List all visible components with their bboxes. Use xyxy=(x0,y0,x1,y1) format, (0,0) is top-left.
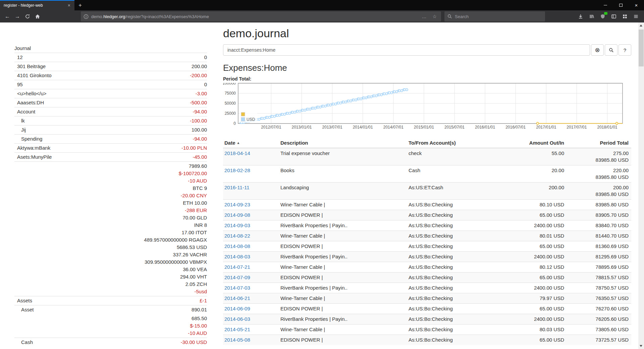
search-placeholder: Search xyxy=(455,14,469,19)
library-button[interactable] xyxy=(587,11,597,21)
scroll-up-icon[interactable] xyxy=(640,24,642,27)
register-account: As:US:Bo:Checking xyxy=(406,241,503,252)
register-date-link[interactable]: 2014-08-22 xyxy=(224,233,250,239)
register-row: 2014-05-08EDISON POWER |As:US:Bo:Checkin… xyxy=(223,335,631,345)
sidebar-journal-link[interactable]: Journal xyxy=(14,44,207,53)
account-link[interactable]: Cash xyxy=(14,339,33,346)
extension-button[interactable] xyxy=(598,11,608,21)
browser-search-bar[interactable]: Search xyxy=(444,11,545,21)
account-link[interactable]: 301 Beiträge xyxy=(14,63,46,70)
tab-close-icon[interactable]: × xyxy=(66,3,72,8)
register-date-link[interactable]: 2014-09-08 xyxy=(224,212,250,218)
account-link[interactable]: 4101 Girokonto xyxy=(14,72,52,79)
register-description: Wine-Tarner Cable | xyxy=(278,262,406,272)
browser-tab[interactable]: register - hledger-web × xyxy=(0,0,74,10)
register-amount: 80.03 USD xyxy=(503,325,567,335)
register-period-total: 83840.70 USD xyxy=(567,220,631,231)
register-row: 2018-02-28BooksCash20.00220.0083985.80 U… xyxy=(223,165,631,183)
query-input[interactable] xyxy=(223,44,590,56)
account-link[interactable]: Asets:MunyPile xyxy=(14,153,52,161)
register-description: RiverBank Properties | Payin.. xyxy=(278,220,406,231)
register-date-link[interactable]: 2014-09-23 xyxy=(224,202,250,207)
account-balance: -10.00 PLN xyxy=(181,144,207,152)
register-row: 2014-08-03RiverBank Properties | Payin..… xyxy=(223,252,631,262)
library-icon xyxy=(589,14,594,19)
account-balance: -500.00 xyxy=(190,99,207,106)
register-row: 2014-09-03RiverBank Properties | Payin..… xyxy=(223,220,631,231)
register-header-row: Date▲DescriptionTo/From Account(s)Amount… xyxy=(223,138,631,148)
register-date-link[interactable]: 2014-07-21 xyxy=(224,264,250,270)
sidebars-button[interactable] xyxy=(609,11,619,21)
bookmark-star-icon[interactable]: ☆ xyxy=(431,14,438,19)
chart-svg[interactable]: 2012/07/012013/01/012013/07/012014/01/01… xyxy=(223,83,631,131)
forward-button[interactable]: → xyxy=(12,11,22,21)
help-button[interactable]: ? xyxy=(619,44,631,56)
register-date-link[interactable]: 2014-06-21 xyxy=(224,295,250,301)
account-link[interactable]: Asset xyxy=(14,306,34,313)
scroll-down-icon[interactable] xyxy=(640,345,642,347)
account-link[interactable]: <u>hello</u> xyxy=(14,90,47,97)
column-header-date[interactable]: Date▲ xyxy=(223,138,278,148)
account-link[interactable]: Jij xyxy=(14,126,26,134)
register-date-link[interactable]: 2014-05-08 xyxy=(224,337,250,343)
register-date-link[interactable]: 2014-07-09 xyxy=(224,275,250,280)
home-button[interactable] xyxy=(33,11,43,21)
register-date-link[interactable]: 2018-02-28 xyxy=(224,167,250,173)
register-date-link[interactable]: 2018-04-14 xyxy=(224,150,250,156)
account-link[interactable]: Assets xyxy=(14,297,32,304)
clear-query-button[interactable]: ⊗ xyxy=(591,44,604,56)
download-icon xyxy=(578,14,583,19)
register-date-link[interactable]: 2014-08-08 xyxy=(224,243,250,249)
window-maximize-button[interactable] xyxy=(613,0,629,10)
register-date-link[interactable]: 2014-07-03 xyxy=(224,285,250,291)
register-amount: 80.10 USD xyxy=(503,200,567,210)
account-link[interactable]: Spending xyxy=(14,135,42,143)
menu-button[interactable] xyxy=(631,11,641,21)
window-close-button[interactable]: × xyxy=(629,0,644,10)
scrollbar-thumb[interactable] xyxy=(639,30,644,66)
register-date-link[interactable]: 2016-11-11 xyxy=(224,185,250,190)
register-date-link[interactable]: 2014-06-03 xyxy=(224,316,250,322)
register-account: As:US:Bo:Checking xyxy=(406,283,503,293)
register-date-link[interactable]: 2014-08-03 xyxy=(224,254,250,259)
apps-button[interactable] xyxy=(620,11,630,21)
register-description: Wine-Tarner Cable | xyxy=(278,293,406,304)
downloads-button[interactable] xyxy=(576,11,586,21)
register-account: As:US:Bo:Checking xyxy=(406,210,503,220)
browser-tab-bar: register - hledger-web × + × xyxy=(0,0,644,10)
register-amount: 65.00 USD xyxy=(503,210,567,220)
search-button[interactable] xyxy=(605,44,618,56)
home-icon xyxy=(35,14,40,19)
account-link[interactable]: Account xyxy=(14,108,35,115)
sidebar-account-row: Cash-30.00 USD xyxy=(14,338,207,347)
url-bar[interactable]: demo.hledger.org/register?q=inacct%3AExp… xyxy=(81,11,441,21)
period-total-label: Period Total: xyxy=(223,76,631,82)
vertical-scrollbar[interactable] xyxy=(638,22,644,349)
apps-grid-icon xyxy=(622,14,628,19)
register-date-link[interactable]: 2014-05-21 xyxy=(224,327,250,332)
account-link[interactable]: Aaasets:DH xyxy=(14,99,44,106)
register-account: Cash xyxy=(406,165,503,183)
register-amount: 65.00 USD xyxy=(503,272,567,283)
register-row: 2014-07-03RiverBank Properties | Payin..… xyxy=(223,283,631,293)
register-date-link[interactable]: 2014-09-03 xyxy=(224,222,250,228)
register-date-link[interactable]: 2014-06-09 xyxy=(224,306,250,311)
account-link[interactable]: 95 xyxy=(14,81,23,88)
account-link[interactable]: Aktywa:mBank xyxy=(14,144,50,152)
window-minimize-button[interactable] xyxy=(598,0,613,10)
reload-button[interactable] xyxy=(22,11,33,21)
sidebar-account-row: 120 xyxy=(14,53,207,62)
register-chart[interactable]: 2012/07/012013/01/012013/07/012014/01/01… xyxy=(223,83,631,131)
sidebar-account-row: Asets:MunyPile-45.00 xyxy=(14,152,207,161)
svg-text:2018/01/01: 2018/01/01 xyxy=(597,125,617,130)
account-link[interactable]: 12 xyxy=(14,54,23,61)
back-button[interactable]: ← xyxy=(2,11,12,21)
register-description: Landscaping xyxy=(278,183,406,200)
account-balance: -94.00 xyxy=(193,135,207,143)
account-link[interactable]: lk xyxy=(14,117,25,124)
page-actions-icon[interactable]: … xyxy=(420,14,428,19)
new-tab-button[interactable]: + xyxy=(74,0,86,10)
account-balance: 0 xyxy=(204,81,207,88)
register-table: Date▲DescriptionTo/From Account(s)Amount… xyxy=(223,138,631,345)
site-info-icon[interactable] xyxy=(84,14,89,19)
